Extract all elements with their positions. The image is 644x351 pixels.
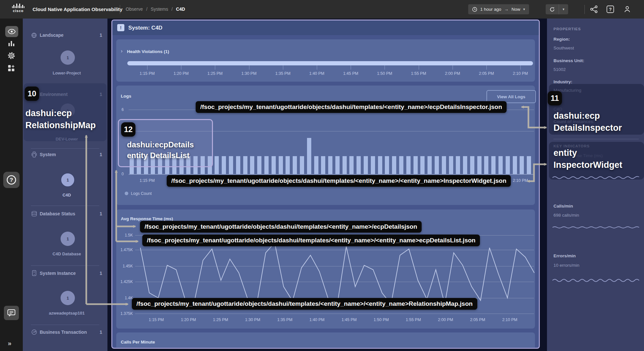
system-node-selected[interactable]: 1 bbox=[61, 173, 75, 187]
instance-icon bbox=[32, 270, 36, 276]
environment-node-label: DEV-Lower bbox=[31, 137, 103, 142]
sidebar-item-business-transaction[interactable]: Business Transaction bbox=[40, 330, 87, 335]
landscape-count: 1 bbox=[100, 33, 102, 38]
business-unit-value: 51002 bbox=[553, 67, 566, 72]
settings-button[interactable] bbox=[7, 51, 16, 60]
landscape-node[interactable]: 1 bbox=[61, 50, 75, 65]
tick-mark bbox=[385, 65, 385, 70]
svg-text:?: ? bbox=[10, 177, 13, 183]
grid-add-icon bbox=[7, 64, 15, 72]
logs-bar bbox=[385, 156, 389, 174]
logs-panel-title: Logs bbox=[121, 94, 131, 99]
logs-bar bbox=[463, 156, 467, 174]
logs-bar bbox=[449, 156, 453, 174]
business-unit-label: Business Unit: bbox=[553, 58, 584, 63]
health-violations-header[interactable]: Health Violations (1) bbox=[127, 49, 169, 54]
logs-bar bbox=[420, 156, 425, 174]
globe-icon bbox=[31, 33, 37, 38]
refresh-button[interactable] bbox=[546, 4, 559, 14]
sidebar-item-landscape[interactable]: Landscape bbox=[40, 33, 63, 38]
logs-bar bbox=[513, 156, 517, 174]
breadcrumb-systems[interactable]: Systems bbox=[151, 7, 168, 12]
logs-bar bbox=[435, 156, 439, 174]
annotation-badge-11: 11 bbox=[548, 91, 562, 105]
legend-bullet-icon bbox=[125, 192, 128, 195]
chevron-down-icon: ▾ bbox=[563, 7, 565, 11]
annotation-label-12: dashui:ecpDetails entity DetailsList bbox=[127, 139, 194, 161]
logs-bar bbox=[520, 156, 524, 174]
annotation-badge-12: 12 bbox=[121, 122, 135, 137]
chevron-down-icon: ▾ bbox=[523, 7, 525, 11]
share-icon[interactable] bbox=[590, 5, 598, 13]
tick-label: 2:10 PM bbox=[513, 71, 528, 76]
sidebar-item-system-instance[interactable]: System Instance bbox=[40, 271, 76, 276]
refresh-icon bbox=[549, 7, 555, 12]
breadcrumb-current[interactable]: C4D bbox=[176, 7, 185, 12]
industry-label: Industry: bbox=[553, 79, 572, 84]
tick-label: 2:00 PM bbox=[438, 317, 453, 322]
app-screenshot: cisco Cloud Native Application Observabi… bbox=[0, 0, 644, 351]
logs-legend-label: Logs Count bbox=[131, 191, 152, 196]
refresh-options-button[interactable]: ▾ bbox=[559, 4, 568, 14]
bar-chart-icon bbox=[8, 40, 15, 47]
breadcrumb: Observe/Systems/C4D bbox=[126, 0, 185, 19]
tick-label: 1:25 PM bbox=[207, 71, 223, 76]
sidebar-item-environment[interactable]: Environment bbox=[40, 92, 68, 97]
dashboards-button[interactable] bbox=[8, 40, 15, 47]
errors-per-min-label: Errors/min bbox=[553, 253, 576, 258]
logs-y-min-label: 0 bbox=[107, 172, 124, 176]
logs-bar bbox=[413, 156, 418, 174]
health-timeline-bar[interactable] bbox=[127, 61, 533, 65]
annotation-label-inspector-widget: entity InspectorWidget bbox=[553, 147, 622, 171]
tick-label: 1:50 PM bbox=[374, 317, 389, 322]
logs-bar bbox=[527, 156, 531, 174]
chevron-right-icon[interactable]: › bbox=[121, 48, 122, 54]
instance-node[interactable]: 1 bbox=[61, 291, 75, 305]
tick-mark bbox=[317, 65, 317, 70]
time-range-picker[interactable]: 1 hour ago → Now ▾ bbox=[468, 4, 529, 14]
tick-label: 2:10 PM bbox=[502, 317, 517, 322]
properties-heading: PROPERTIES bbox=[553, 27, 581, 31]
expand-rail-button[interactable]: » bbox=[8, 340, 11, 347]
sidebar-item-system[interactable]: System bbox=[40, 152, 56, 157]
cisco-logo-icon: cisco bbox=[9, 3, 27, 16]
gear-icon bbox=[7, 51, 16, 60]
logs-bar bbox=[399, 156, 403, 174]
add-widgets-button[interactable] bbox=[7, 64, 15, 72]
sidebar-item-database-status[interactable]: Database Status bbox=[40, 211, 75, 216]
logs-bar bbox=[222, 156, 226, 174]
logs-bar bbox=[470, 156, 474, 174]
topbar-divider bbox=[584, 5, 585, 14]
tick-label: 1:40 PM bbox=[309, 317, 325, 322]
tick-mark bbox=[520, 65, 521, 70]
database-node[interactable]: 1 bbox=[61, 232, 75, 246]
tick-label: 1:15 PM bbox=[149, 317, 164, 322]
transaction-icon bbox=[31, 329, 37, 335]
feedback-button[interactable] bbox=[4, 306, 19, 320]
breadcrumb-observe[interactable]: Observe bbox=[126, 7, 143, 12]
eye-icon bbox=[8, 29, 16, 34]
alert-badge-icon: ! bbox=[117, 24, 124, 31]
logs-bar bbox=[307, 138, 311, 174]
help-icon[interactable]: ? bbox=[606, 5, 614, 13]
database-node-label: C4D Database bbox=[31, 251, 103, 256]
chat-icon bbox=[7, 309, 16, 317]
section-divider bbox=[31, 148, 99, 149]
tick-mark bbox=[419, 65, 419, 70]
observe-tab-button[interactable] bbox=[5, 26, 18, 37]
business-transaction-count: 1 bbox=[100, 330, 102, 335]
errors-sparkline bbox=[552, 277, 640, 282]
system-node-label: C4D bbox=[31, 193, 103, 197]
logs-bar bbox=[229, 156, 233, 174]
logs-bar bbox=[427, 156, 432, 174]
tick-label: 1:20 PM bbox=[181, 317, 196, 322]
tick-label: 2:10 PM bbox=[513, 178, 528, 183]
tick-label: 1:50 PM bbox=[377, 71, 392, 76]
system-header-band bbox=[112, 20, 539, 35]
help-floating-button[interactable]: ? bbox=[3, 172, 20, 188]
landscape-node-label: Lower-Project bbox=[31, 71, 103, 75]
tick-label: 1:55 PM bbox=[406, 317, 421, 322]
tick-mark bbox=[215, 65, 215, 70]
tick-label: 1:20 PM bbox=[174, 71, 189, 76]
user-icon[interactable] bbox=[623, 5, 631, 13]
